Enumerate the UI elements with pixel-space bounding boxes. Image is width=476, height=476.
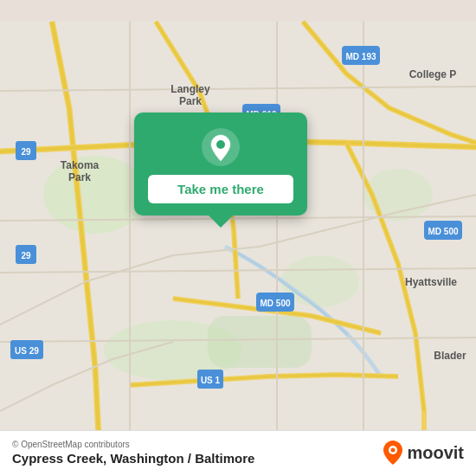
svg-rect-5 — [208, 316, 312, 368]
map-container: MD 212 MD 193 MD 500 MD 500 29 29 US 29 … — [0, 0, 476, 476]
location-pin-icon — [202, 128, 240, 166]
svg-text:MD 500: MD 500 — [428, 227, 458, 236]
moovit-brand-text: moovit — [407, 443, 464, 463]
moovit-logo: moovit — [383, 441, 464, 465]
svg-point-30 — [216, 140, 225, 149]
svg-text:Takoma: Takoma — [61, 159, 100, 171]
svg-text:Langley: Langley — [170, 83, 210, 95]
svg-text:Park: Park — [68, 171, 91, 183]
popup-card: Take me there — [134, 113, 307, 215]
svg-text:29: 29 — [21, 251, 31, 261]
svg-point-32 — [391, 448, 396, 453]
location-name: Cypress Creek, Washington / Baltimore — [12, 451, 254, 466]
location-info: © OpenStreetMap contributors Cypress Cre… — [12, 440, 254, 466]
take-me-there-button[interactable]: Take me there — [148, 175, 293, 203]
copyright-text: © OpenStreetMap contributors — [12, 440, 254, 449]
svg-text:Hyattsville: Hyattsville — [405, 276, 457, 288]
svg-text:Park: Park — [179, 95, 202, 107]
svg-text:29: 29 — [21, 147, 31, 157]
bottom-bar: © OpenStreetMap contributors Cypress Cre… — [0, 430, 476, 476]
moovit-pin-icon — [383, 441, 403, 465]
svg-text:MD 500: MD 500 — [260, 299, 290, 308]
svg-text:MD 193: MD 193 — [345, 52, 376, 61]
svg-text:US 1: US 1 — [201, 376, 221, 385]
svg-text:Blader: Blader — [434, 350, 466, 362]
svg-text:College P: College P — [409, 68, 457, 80]
svg-text:US 29: US 29 — [15, 346, 39, 356]
